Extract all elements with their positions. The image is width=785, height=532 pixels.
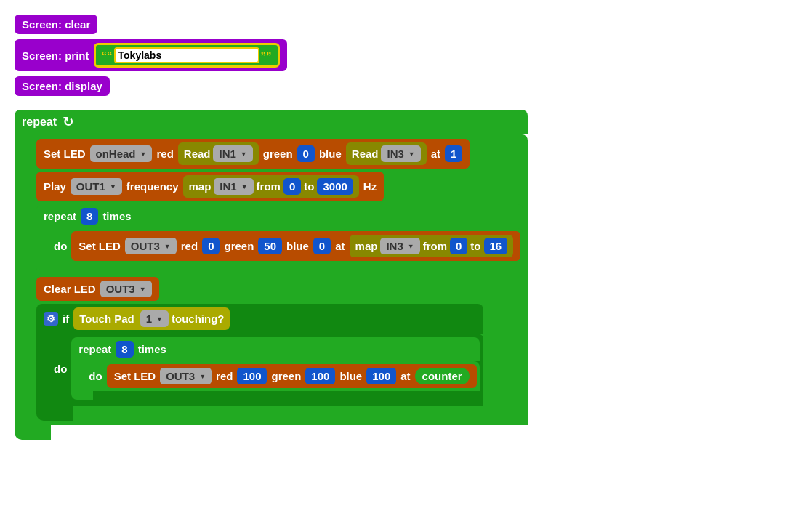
- in3-dropdown-2[interactable]: IN3 ▼: [380, 238, 419, 254]
- out3-dropdown-3[interactable]: OUT3 ▼: [160, 368, 212, 384]
- repeat-8-2-label: repeat: [78, 343, 111, 355]
- from-label-play: from: [257, 180, 281, 193]
- screen-clear-block[interactable]: Screen: clear: [15, 15, 97, 34]
- screen-section: Screen: clear Screen: print ““ ”” Screen…: [15, 15, 770, 98]
- set-led-block-1: Set LED onHead ▼ red Read IN1 ▼ green: [36, 139, 470, 169]
- hz-label: Hz: [363, 180, 377, 193]
- set-led-block-2: Set LED OUT3 ▼ red 0 green: [71, 231, 520, 261]
- screen-display-block[interactable]: Screen: display: [15, 76, 110, 96]
- dropdown-arrow-in1: ▼: [241, 150, 247, 158]
- set-led-prefix-1: Set LED: [44, 148, 86, 160]
- do-label-3: do: [89, 370, 102, 382]
- string-block: ““ ””: [94, 43, 280, 68]
- blue-label-1: blue: [319, 148, 342, 160]
- counter-label: counter: [422, 370, 462, 382]
- dropdown-arrow-out3-2: ▼: [164, 243, 171, 250]
- repeat-8-2-val[interactable]: 8: [116, 341, 133, 358]
- gear-icon: ⚙: [44, 312, 58, 326]
- screen-clear-label: Screen: clear: [22, 18, 90, 31]
- dropdown-arrow-out3-3: ▼: [199, 373, 206, 380]
- touching-label: touching?: [172, 313, 224, 325]
- set-led-row-1: Set LED onHead ▼ red Read IN1 ▼ green: [36, 139, 523, 169]
- out3-dropdown-clear[interactable]: OUT3 ▼: [100, 281, 152, 297]
- touch-label: Touch Pad: [79, 313, 134, 325]
- from-val-play[interactable]: 0: [283, 178, 301, 195]
- green-val-2[interactable]: 50: [258, 238, 282, 254]
- screen-display-label: Screen: display: [22, 80, 102, 92]
- at-val-1[interactable]: 1: [445, 145, 462, 162]
- map-block: map IN1 ▼ from 0 to 3000: [183, 175, 359, 198]
- to-label-2: to: [470, 240, 480, 252]
- green-val-3[interactable]: 100: [305, 368, 335, 384]
- red-label-1: red: [156, 148, 173, 160]
- play-prefix: Play: [44, 180, 66, 193]
- quote-open: ““: [102, 49, 113, 62]
- play-block: Play OUT1 ▼ frequency map IN1 ▼ from: [36, 172, 384, 201]
- dropdown-arrow-touch: ▼: [156, 315, 163, 323]
- read-label: Read: [184, 148, 211, 160]
- do-label-1: do: [54, 240, 67, 252]
- string-input[interactable]: [114, 47, 259, 63]
- read-in3-block: Read IN3 ▼: [346, 142, 427, 165]
- repeat-8-1-val[interactable]: 8: [81, 208, 98, 225]
- red-label-2: red: [181, 240, 198, 252]
- out1-dropdown[interactable]: OUT1 ▼: [71, 178, 122, 195]
- repeat-main-label: repeat: [22, 116, 57, 129]
- freq-label: frequency: [126, 180, 179, 193]
- from-val-2[interactable]: 0: [450, 238, 467, 254]
- repeat-8-section-1: repeat 8 times do Set LED: [36, 204, 523, 274]
- from-label-2: from: [423, 240, 447, 252]
- clear-led-block: Clear LED OUT3 ▼: [36, 277, 159, 301]
- touch-num-dropdown[interactable]: 1 ▼: [140, 310, 169, 327]
- if-label: if: [63, 313, 69, 325]
- green-label-3: green: [271, 370, 301, 382]
- in3-dropdown[interactable]: IN3 ▼: [381, 145, 420, 162]
- dropdown-arrow-in3-2: ▼: [408, 243, 414, 250]
- repeat-main-icon: ↻: [63, 114, 73, 130]
- blue-label-2: blue: [286, 240, 309, 252]
- blue-val-2[interactable]: 0: [313, 238, 331, 254]
- at-label-2: at: [335, 240, 345, 252]
- set-led-prefix-2: Set LED: [78, 240, 121, 252]
- clear-led-prefix: Clear LED: [44, 283, 96, 295]
- red-label-3: red: [216, 370, 233, 382]
- to-label-play: to: [304, 180, 314, 193]
- repeat-8-2-times: times: [138, 343, 166, 355]
- map-block-2: map IN3 ▼ from 0 to: [350, 235, 514, 257]
- main-section: repeat ↻ Set LED onHead ▼ red Read IN1: [15, 110, 770, 440]
- read-label-in3: Read: [352, 148, 379, 160]
- read-in1-block: Read IN1 ▼: [178, 142, 259, 165]
- counter-block[interactable]: counter: [415, 368, 470, 384]
- repeat-8-1-label: repeat: [44, 210, 76, 222]
- set-led-prefix-3: Set LED: [114, 370, 156, 382]
- blue-val-3[interactable]: 100: [366, 368, 396, 384]
- set-led-block-3: Set LED OUT3 ▼ red 100: [107, 364, 477, 388]
- to-val-2[interactable]: 16: [484, 238, 508, 254]
- green-val-1[interactable]: 0: [297, 145, 315, 162]
- at-label-1: at: [431, 148, 440, 160]
- out3-dropdown-2[interactable]: OUT3 ▼: [125, 238, 177, 254]
- dropdown-arrow-play: ▼: [241, 183, 248, 190]
- green-label-2: green: [224, 240, 254, 252]
- clear-led-row: Clear LED OUT3 ▼: [36, 277, 523, 301]
- green-label-1: green: [263, 148, 293, 160]
- at-label-3: at: [400, 370, 410, 382]
- to-val-play[interactable]: 3000: [317, 178, 353, 195]
- repeat-8-1-times: times: [102, 210, 131, 222]
- dropdown-arrow: ▼: [140, 150, 147, 158]
- map-label: map: [189, 180, 212, 193]
- touch-pad-block: Touch Pad 1 ▼ touching?: [73, 307, 230, 330]
- red-val-2[interactable]: 0: [202, 238, 220, 254]
- blue-label-3: blue: [339, 370, 362, 382]
- screen-print-block[interactable]: Screen: print ““ ””: [15, 39, 287, 71]
- dropdown-arrow-clear: ▼: [140, 286, 146, 293]
- in1-dropdown-play[interactable]: IN1 ▼: [214, 178, 253, 195]
- in1-dropdown[interactable]: IN1 ▼: [213, 145, 252, 162]
- red-val-3[interactable]: 100: [237, 368, 267, 384]
- if-section: ⚙ if Touch Pad 1 ▼ touching?: [36, 304, 523, 421]
- do-label-2: do: [54, 363, 67, 375]
- onhead-dropdown[interactable]: onHead ▼: [90, 145, 153, 162]
- dropdown-arrow-in3: ▼: [408, 150, 415, 158]
- quote-close: ””: [261, 49, 272, 62]
- map-label-2: map: [355, 240, 378, 252]
